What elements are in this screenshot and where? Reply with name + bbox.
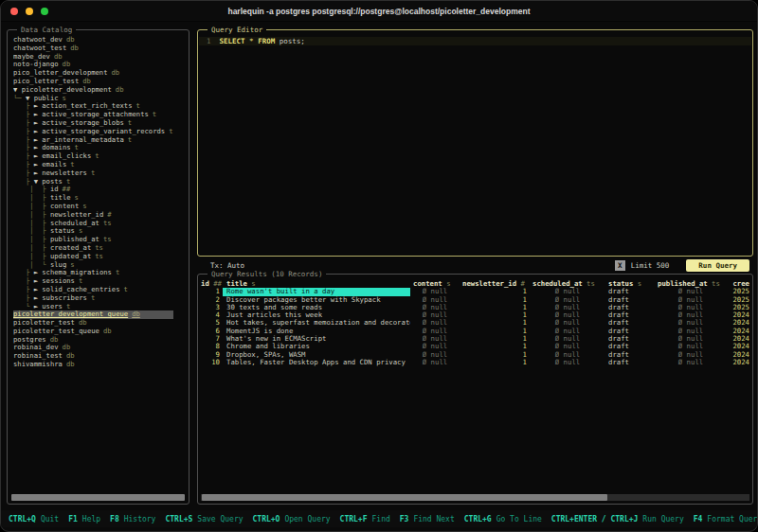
- result-cell-status[interactable]: draft: [605, 304, 655, 311]
- result-cell-status[interactable]: draft: [605, 296, 655, 304]
- result-row[interactable]: 1Rome wasn't built in a dayØ null1Ø null…: [198, 288, 752, 295]
- result-row[interactable]: 6MomentJS is doneØ null1Ø nulldraftØ nul…: [198, 328, 752, 335]
- catalog-tree-item[interactable]: ├ ► action_text_rich_textst: [13, 102, 183, 111]
- result-cell-published_at[interactable]: Ø null: [655, 311, 727, 319]
- result-cell-newsletter_id[interactable]: 1: [460, 319, 530, 327]
- catalog-tree-item[interactable]: picoletter_testdb: [13, 319, 183, 328]
- result-cell-newsletter_id[interactable]: 1: [460, 304, 530, 311]
- catalog-tree-item[interactable]: │ ├ scheduled_atts: [13, 220, 183, 228]
- tree-expand-icon[interactable]: ►: [34, 152, 43, 160]
- result-cell-status[interactable]: draft: [605, 328, 655, 335]
- limit-checkbox[interactable]: X: [615, 260, 625, 271]
- result-cell-title[interactable]: Dropbox, SPAs, WASM: [223, 351, 410, 359]
- result-cell-scheduled_at[interactable]: Ø null: [530, 351, 605, 359]
- result-cell-id[interactable]: 2: [198, 296, 223, 304]
- tree-expand-icon[interactable]: ►: [34, 161, 43, 168]
- catalog-tree-item[interactable]: pico_letter_developmentdb: [13, 69, 183, 78]
- result-cell-id[interactable]: 6: [198, 328, 223, 335]
- results-horizontal-scrollbar[interactable]: [201, 494, 749, 501]
- catalog-tree-item[interactable]: pico_letter_testdb: [13, 78, 183, 86]
- result-cell-cree[interactable]: 2024: [727, 319, 752, 327]
- result-cell-cree[interactable]: 2024: [727, 311, 752, 319]
- catalog-tree-item[interactable]: shivammishradb: [13, 361, 183, 369]
- catalog-tree-item[interactable]: ▼ picoletter_developmentdb: [13, 86, 183, 95]
- result-cell-newsletter_id[interactable]: 1: [460, 288, 530, 295]
- result-cell-id[interactable]: 3: [198, 304, 223, 311]
- result-cell-cree[interactable]: 2024: [727, 328, 752, 335]
- tree-expand-icon[interactable]: ►: [34, 111, 43, 118]
- result-row[interactable]: 330 texts and some readsØ null1Ø nulldra…: [198, 304, 752, 311]
- catalog-tree-item[interactable]: robinai_testdb: [13, 352, 183, 361]
- result-row[interactable]: 2Discover packages better with SkypackØ …: [198, 296, 752, 304]
- result-cell-published_at[interactable]: Ø null: [655, 328, 727, 335]
- result-row[interactable]: 9Dropbox, SPAs, WASMØ null1Ø nulldraftØ …: [198, 351, 752, 359]
- editor-line[interactable]: 1SELECT * FROM posts;: [199, 37, 751, 45]
- tree-expand-icon[interactable]: ►: [34, 169, 43, 177]
- result-cell-title[interactable]: Discover packages better with Skypack: [223, 296, 410, 304]
- result-cell-scheduled_at[interactable]: Ø null: [530, 296, 605, 304]
- catalog-tree-item[interactable]: picoletter_development_queuedb: [13, 310, 173, 319]
- catalog-tree-item[interactable]: │ └ slugs: [13, 261, 183, 270]
- catalog-tree-item[interactable]: ├ ► solid_cache_entriest: [13, 286, 183, 294]
- catalog-horizontal-scrollbar[interactable]: [10, 494, 186, 501]
- result-cell-published_at[interactable]: Ø null: [655, 304, 727, 311]
- result-row[interactable]: 5Hot takes, superfast memoization and de…: [198, 319, 752, 327]
- tree-expand-icon[interactable]: ►: [34, 269, 43, 276]
- result-cell-scheduled_at[interactable]: Ø null: [530, 328, 605, 335]
- result-cell-title[interactable]: Hot takes, superfast memoization and dec…: [223, 319, 410, 327]
- result-cell-id[interactable]: 1: [198, 288, 223, 295]
- result-cell-cree[interactable]: 2024: [727, 343, 752, 350]
- tree-expand-icon[interactable]: ►: [34, 128, 43, 135]
- limit-input[interactable]: Limit 500: [631, 261, 670, 270]
- catalog-tree-item[interactable]: postgresdb: [13, 336, 183, 345]
- results-scrollbar-thumb[interactable]: [202, 494, 607, 501]
- result-cell-title[interactable]: MomentJS is done: [223, 328, 410, 335]
- tree-expand-icon[interactable]: ▼: [13, 86, 22, 94]
- result-cell-id[interactable]: 8: [198, 343, 223, 350]
- result-cell-id[interactable]: 4: [198, 311, 223, 319]
- result-cell-content[interactable]: Ø null: [410, 359, 460, 366]
- result-cell-title[interactable]: What's new in ECMAScript: [223, 335, 410, 343]
- result-cell-cree[interactable]: 2025: [727, 304, 752, 311]
- result-cell-status[interactable]: draft: [605, 359, 655, 366]
- catalog-tree-item[interactable]: ├ ► active_storage_attachmentst: [13, 111, 183, 119]
- result-cell-scheduled_at[interactable]: Ø null: [530, 335, 605, 343]
- result-cell-content[interactable]: Ø null: [410, 304, 460, 311]
- tree-expand-icon[interactable]: ▼: [26, 95, 34, 102]
- result-row[interactable]: 7What's new in ECMAScriptØ null1Ø nulldr…: [198, 335, 752, 343]
- result-cell-published_at[interactable]: Ø null: [655, 319, 727, 327]
- result-cell-cree[interactable]: 2024: [727, 351, 752, 359]
- tree-expand-icon[interactable]: ►: [34, 277, 43, 285]
- catalog-tree-item[interactable]: │ ├ contents: [13, 203, 183, 211]
- result-cell-status[interactable]: draft: [605, 343, 655, 350]
- tree-expand-icon[interactable]: ▼: [34, 178, 43, 186]
- result-cell-status[interactable]: draft: [605, 351, 655, 359]
- catalog-scrollbar-thumb[interactable]: [11, 494, 185, 501]
- result-cell-newsletter_id[interactable]: 1: [460, 343, 530, 350]
- tree-expand-icon[interactable]: ►: [34, 136, 43, 144]
- result-cell-status[interactable]: draft: [605, 319, 655, 327]
- result-row[interactable]: 8Chrome and librariesØ null1Ø nulldraftØ…: [198, 343, 752, 350]
- result-cell-content[interactable]: Ø null: [410, 328, 460, 335]
- tree-expand-icon[interactable]: ►: [34, 294, 43, 302]
- result-cell-status[interactable]: draft: [605, 311, 655, 319]
- result-cell-scheduled_at[interactable]: Ø null: [530, 319, 605, 327]
- catalog-tree-item[interactable]: ├ ► sessionst: [13, 277, 183, 286]
- catalog-tree-item[interactable]: ├ ► domainst: [13, 144, 183, 152]
- tree-expand-icon[interactable]: ►: [34, 119, 43, 127]
- tree-expand-icon[interactable]: ►: [34, 102, 43, 110]
- catalog-tree-item[interactable]: │ ├ created_atts: [13, 244, 183, 253]
- result-row[interactable]: 4Just articles this weekØ null1Ø nulldra…: [198, 311, 752, 319]
- result-cell-cree[interactable]: 2024: [727, 335, 752, 343]
- result-cell-scheduled_at[interactable]: Ø null: [530, 359, 605, 366]
- catalog-tree-item[interactable]: │ ├ updated_atts: [13, 253, 183, 261]
- result-cell-status[interactable]: draft: [605, 288, 655, 295]
- result-cell-cree[interactable]: 2025: [727, 288, 752, 295]
- result-cell-content[interactable]: Ø null: [410, 288, 460, 295]
- catalog-tree-item[interactable]: picoletter_test_queuedb: [13, 328, 183, 336]
- result-cell-title[interactable]: Just articles this week: [223, 311, 410, 319]
- result-cell-content[interactable]: Ø null: [410, 351, 460, 359]
- result-cell-content[interactable]: Ø null: [410, 343, 460, 350]
- result-cell-newsletter_id[interactable]: 1: [460, 328, 530, 335]
- result-cell-title[interactable]: Chrome and libraries: [223, 343, 410, 350]
